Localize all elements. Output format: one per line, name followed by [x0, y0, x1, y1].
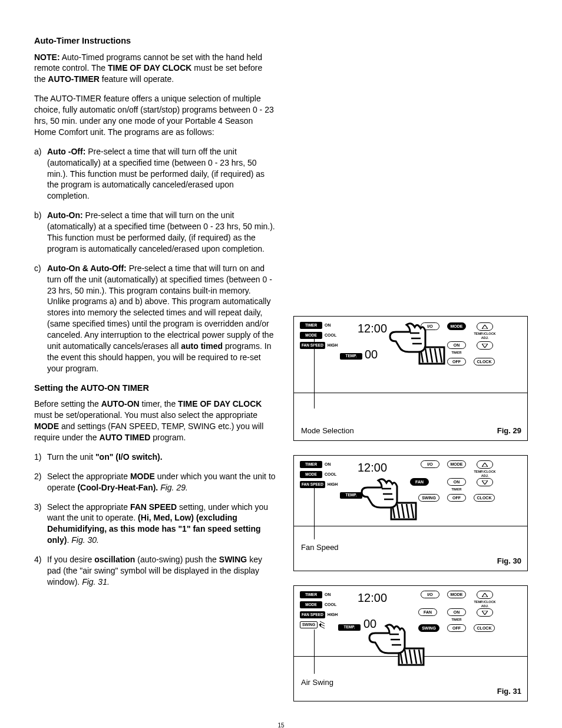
io-button[interactable]: I/O [421, 460, 439, 468]
lcd-area: TIMERON MODECOOL FAN SPEEDHIGH TEMP. 12:… [294, 317, 385, 393]
on-button[interactable]: ON [447, 608, 466, 616]
up-button[interactable] [477, 460, 493, 469]
triangle-down-icon [482, 480, 488, 485]
triangle-up-icon [482, 325, 488, 329]
fan-button[interactable]: FAN [418, 608, 437, 616]
list-item: b) Auto-On: Pre-select a time that will … [34, 210, 276, 255]
io-button[interactable]: I/O [421, 591, 439, 598]
callout: Mode Selection [301, 426, 354, 436]
off-button[interactable]: OFF [447, 624, 466, 632]
hand-icon [385, 319, 456, 372]
triangle-up-icon [482, 593, 488, 597]
page-number: 15 [34, 722, 528, 728]
section-title: Auto-Timer Instructions [34, 35, 276, 47]
list-item: 4) If you desire oscillation (auto-swing… [34, 554, 276, 588]
swing-icon [319, 620, 327, 630]
down-button[interactable] [477, 341, 493, 350]
down-button[interactable] [477, 478, 493, 486]
callout: Air Swing [301, 677, 333, 688]
list-item: 1) Turn the unit "on" (I/O switch). [34, 452, 276, 463]
list-item: c) Auto-On & Auto-Off: Pre-select a time… [34, 263, 276, 374]
up-button[interactable] [477, 591, 493, 599]
lcd-time: 12:00 [358, 590, 387, 606]
figure-label: Fig. 30 [497, 556, 521, 566]
mode-button[interactable]: MODE [447, 591, 466, 598]
figure-label: Fig. 31 [497, 686, 521, 697]
triangle-down-icon [482, 611, 488, 615]
list-item: 2) Select the appropriate MODE under whi… [34, 471, 276, 493]
up-button[interactable] [477, 322, 493, 331]
figure-panel-30: TIMERON MODECOOL FAN SPEEDHIGH TEMP. 12:… [293, 455, 528, 571]
section-title: Setting the AUTO-ON TIMER [34, 383, 276, 394]
figure-label: Fig. 29 [497, 426, 521, 436]
list-item: a) Auto -Off: Pre-select a time that wil… [34, 146, 276, 202]
callout: Fan Speed [301, 542, 339, 553]
clock-button[interactable]: CLOCK [474, 494, 495, 502]
triangle-down-icon [482, 344, 488, 348]
list-item: 3) Select the appropriate FAN SPEED sett… [34, 502, 276, 546]
mode-button[interactable]: MODE [447, 460, 466, 468]
triangle-up-icon [482, 463, 488, 467]
figure-panel-31: TIMERON MODECOOL FAN SPEEDHIGH SWING TEM… [293, 585, 528, 701]
clock-button[interactable]: CLOCK [474, 624, 495, 632]
down-button[interactable] [477, 608, 493, 617]
intro-paragraph: The AUTO-TIMER feature offers a unique s… [34, 93, 276, 138]
lcd-temp: 00 [365, 347, 378, 363]
on-button[interactable]: ON [447, 478, 466, 486]
lcd-time: 12:00 [358, 460, 387, 476]
hand-icon [365, 620, 435, 673]
off-button[interactable]: OFF [447, 494, 466, 502]
clock-button[interactable]: CLOCK [474, 358, 495, 365]
hand-icon [357, 475, 428, 528]
lcd-time: 12:00 [358, 321, 387, 337]
note-paragraph: NOTE: Auto-Timed programs cannot be set … [34, 52, 276, 85]
figure-panel-29: TIMERON MODECOOL FAN SPEEDHIGH TEMP. 12:… [293, 316, 528, 441]
paragraph: Before setting the AUTO-ON timer, the TI… [34, 398, 276, 443]
